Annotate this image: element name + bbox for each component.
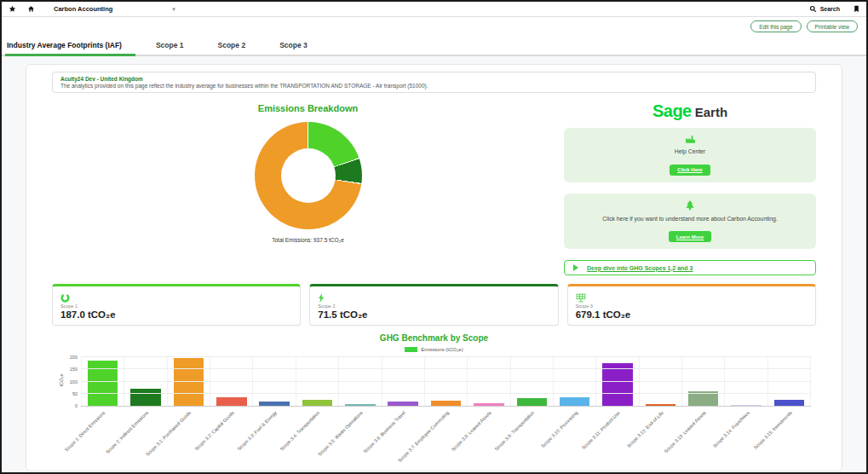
home-icon[interactable]: [26, 5, 35, 14]
search-icon: [809, 5, 818, 14]
tab-scope-2[interactable]: Scope 2: [216, 36, 260, 55]
info-banner: Acuity24 Dev - United Kingdom The analyt…: [52, 72, 816, 93]
bar-cell: [511, 357, 554, 406]
bar-cell: [425, 357, 468, 406]
y-tick-label: 100: [70, 379, 78, 384]
x-tick-label: Scope 3.8: Leased Assets: [451, 410, 492, 452]
scope-card-value: 71.5 tCO₂e: [318, 309, 549, 320]
bar-scope-3-1-purchased-goods[interactable]: [174, 358, 204, 406]
emissions-breakdown-section: Emissions Breakdown Total Emissions: 937…: [52, 98, 564, 275]
bar-chart-title: GHG Benchmark by Scope: [52, 333, 816, 343]
x-tick-label: Scope 3.4: Transportation: [279, 410, 321, 452]
scope-card-scope-3[interactable]: Scope 3679.1 tCO₂e: [567, 284, 816, 326]
scope-card-scope-2[interactable]: Scope 271.5 tCO₂e: [309, 284, 558, 326]
app-window: Carbon Accounting ▾ Search Edit this pag…: [0, 0, 868, 474]
top-bar: Carbon Accounting ▾ Search: [2, 2, 866, 17]
donut-hole: [281, 148, 336, 203]
tab-industry-average-footprints-iaf[interactable]: Industry Average Footprints (IAF): [5, 36, 135, 55]
benchmark-chart-section: GHG Benchmark by Scope Emissions (tCO₂e)…: [52, 333, 816, 454]
bar-cell: [124, 357, 167, 406]
gridline: [81, 381, 811, 382]
sage-earth-logo: SageEarth: [564, 101, 816, 121]
bar-scope-3-9-transportation[interactable]: [517, 398, 548, 406]
bar-cell: [382, 357, 425, 406]
star-icon[interactable]: [8, 5, 16, 14]
y-tick-label: 0: [75, 403, 78, 408]
bar-scope-3-8-leased-assets[interactable]: [474, 403, 504, 406]
bar-scope-3-11-product-use[interactable]: [602, 363, 633, 406]
scope-card-scope-1[interactable]: Scope 1187.0 tCO₂e: [52, 284, 301, 326]
bar-scope-3-10-processing[interactable]: [560, 397, 590, 406]
main-panel: Acuity24 Dev - United Kingdom The analyt…: [26, 64, 842, 471]
bar-scope-1-direct-emissions[interactable]: [88, 361, 118, 406]
ring-icon: [60, 291, 292, 300]
search-label: Search: [820, 6, 840, 12]
bar-scope-3-4-transportation[interactable]: [302, 400, 333, 406]
chevron-down-icon: ▾: [172, 6, 175, 13]
x-axis-labels: Scope 1: Direct EmissionsScope 2: Indire…: [81, 407, 811, 454]
edit-page-button[interactable]: Edit this page: [750, 20, 801, 32]
tree-icon: [685, 200, 695, 211]
bar-cell: [468, 357, 510, 406]
page-content: Acuity24 Dev - United Kingdom The analyt…: [2, 56, 866, 472]
play-icon: [573, 264, 578, 271]
x-tick-label: Scope 3.13: Leased Assets: [664, 410, 707, 454]
scope-card-label: Scope 2: [318, 303, 549, 309]
help-center-box: Help Center Click Here: [564, 128, 816, 182]
y-axis-label: tCO₂e: [59, 374, 64, 387]
bar-chart: tCO₂e 050100150200 Scope 1: Direct Emiss…: [81, 357, 811, 454]
bar-cell: [339, 357, 382, 406]
info-banner-body: The analytics provided on this page refl…: [60, 83, 808, 89]
gridline: [81, 393, 811, 394]
bolt-icon: [318, 291, 549, 300]
bar-scope-3-2-capital-goods[interactable]: [216, 397, 247, 406]
bar-scope-3-3-fuel-energy[interactable]: [259, 402, 290, 406]
x-tick-label: Scope 3.12: End-of-Life: [626, 410, 664, 448]
bar-cell: [768, 357, 811, 406]
help-center-label: Help Center: [572, 148, 808, 154]
x-tick-label: Scope 3.7: Employee Commuting: [397, 410, 450, 463]
y-tick-label: 50: [72, 391, 78, 396]
bar-cell: [554, 357, 596, 406]
learn-more-box: Click here if you want to understand mor…: [564, 194, 816, 250]
scope-cards-row: Scope 1187.0 tCO₂eScope 271.5 tCO₂eScope…: [52, 284, 816, 326]
x-tick-label: Scope 2: Indirect Emissions: [105, 410, 149, 454]
help-center-click-here-button[interactable]: Click Here: [670, 165, 710, 176]
bookmark-icon[interactable]: [852, 5, 860, 14]
bar-scope-2-indirect-emissions[interactable]: [130, 389, 161, 406]
gridline: [81, 368, 811, 369]
tab-scope-3[interactable]: Scope 3: [278, 36, 321, 55]
bar-scope-3-15-investments[interactable]: [774, 400, 805, 406]
scope-card-value: 187.0 tCO₂e: [60, 309, 292, 320]
bar-cell: [81, 357, 124, 406]
x-tick-label: Scope 3.9: Transportation: [494, 410, 536, 452]
bar-scope-3-5-waste-operations[interactable]: [345, 404, 376, 406]
emissions-donut-chart[interactable]: [255, 122, 362, 229]
app-switcher-dropdown[interactable]: Carbon Accounting ▾: [54, 5, 175, 13]
info-banner-title: Acuity24 Dev - United Kingdom: [60, 76, 808, 82]
bar-scope-3-7-employee-commuting[interactable]: [431, 401, 462, 406]
chart-legend: Emissions (tCO₂e): [52, 347, 816, 352]
learn-more-button[interactable]: Learn More: [669, 231, 711, 242]
learn-more-text: Click here if you want to understand mor…: [572, 216, 808, 222]
y-tick-label: 200: [70, 355, 78, 360]
bar-cell: [296, 357, 339, 406]
printable-view-button[interactable]: Printable view: [807, 20, 858, 32]
tab-scope-1[interactable]: Scope 1: [154, 36, 198, 55]
bar-scope-3-6-business-travel[interactable]: [388, 402, 418, 406]
scope-card-value: 679.1 tCO₂e: [576, 309, 808, 320]
bar-scope-3-12-end-of-life[interactable]: [646, 404, 676, 406]
app-switcher-label: Carbon Accounting: [54, 5, 112, 13]
legend-label: Emissions (tCO₂e): [421, 347, 463, 352]
search-button[interactable]: Search: [809, 5, 840, 14]
x-tick-label: Scope 3.2: Capital Goods: [193, 410, 235, 452]
deep-dive-link-box[interactable]: Deep dive into GHG Scopes 1,2 and 3: [564, 260, 816, 275]
x-tick-label: Scope 3.14: Franchises: [712, 410, 750, 448]
bar-cell: [596, 357, 639, 406]
bar-cell: [210, 357, 253, 406]
bar-scope-3-14-franchises[interactable]: [731, 405, 762, 406]
x-tick-label: Scope 3.11: Product Use: [581, 410, 621, 450]
earth-logo-text: Earth: [695, 105, 727, 119]
tab-bar: Industry Average Footprints (IAF)Scope 1…: [2, 36, 866, 56]
scope-card-label: Scope 3: [576, 303, 808, 309]
